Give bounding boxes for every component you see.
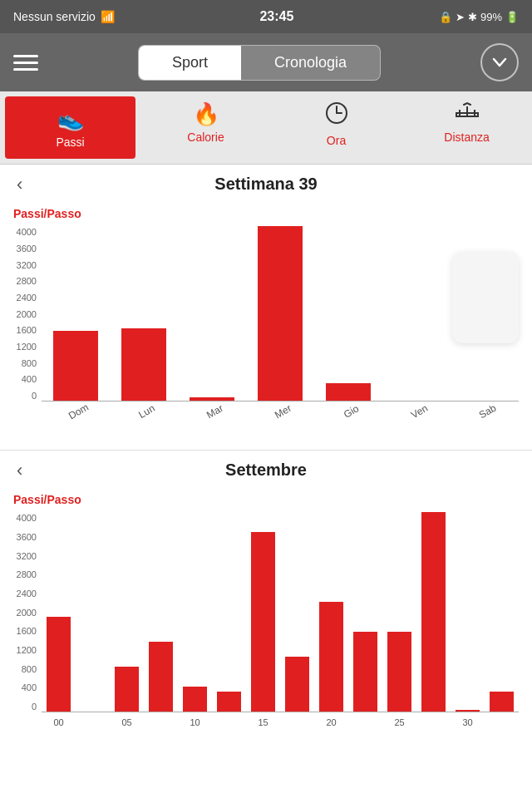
menu-button[interactable]	[13, 55, 38, 71]
bar-dom-fill	[53, 331, 97, 401]
cat-tab-passi[interactable]: 👟 Passi	[5, 96, 135, 159]
distanza-icon	[455, 101, 480, 127]
mx-label-06b	[348, 717, 382, 727]
month-section: ‹ Settembre Passi/Passo 0 400 800 1200 1…	[0, 451, 532, 769]
my-label-0: 0	[3, 702, 37, 712]
y-label-3600: 3600	[3, 244, 37, 254]
battery-icon: 🔋	[505, 11, 519, 23]
ora-label: Ora	[327, 134, 346, 147]
y-label-2000: 2000	[3, 309, 37, 319]
main-content: ‹ Settimana 39 Passi/Passo 0 400 800 120…	[0, 165, 532, 798]
my-label-4000: 4000	[3, 513, 37, 523]
mx-label-07b	[416, 717, 451, 727]
week-title: Settimana 39	[214, 175, 317, 194]
mbar-11	[416, 512, 451, 712]
time-display: 23:45	[259, 9, 293, 24]
my-label-1600: 1600	[3, 626, 37, 636]
mx-label-03	[144, 717, 178, 727]
y-label-3200: 3200	[3, 260, 37, 270]
expand-button[interactable]	[480, 43, 519, 81]
mbar-09	[348, 632, 382, 712]
carrier-info: Nessun servizio 📶	[13, 10, 115, 23]
week-chart: 0 400 800 1200 1600 2000 2400 2800 3200 …	[0, 220, 532, 436]
mbar-06	[246, 532, 280, 712]
y-label-800: 800	[3, 358, 37, 368]
cat-tab-ora[interactable]: Ora	[271, 91, 401, 164]
status-indicators: 🔒 ➤ ✱ 99% 🔋	[439, 11, 519, 23]
y-label-4000: 4000	[3, 227, 37, 237]
tab-switcher: Sport Cronologia	[138, 45, 381, 81]
calorie-label: Calorie	[187, 131, 224, 144]
y-label-2800: 2800	[3, 276, 37, 286]
month-x-labels: 00 05 10 15 20 25 30	[42, 717, 519, 727]
lock-icon: 🔒	[439, 11, 452, 23]
bar-lun	[110, 328, 178, 401]
nav-bar: Sport Cronologia	[0, 33, 532, 91]
mbar-13	[485, 692, 519, 712]
mbar-02	[110, 667, 144, 712]
ora-icon	[325, 101, 348, 131]
week-prev-button[interactable]: ‹	[17, 174, 22, 195]
mx-label-20: 20	[314, 717, 348, 727]
mx-label-25: 25	[382, 717, 416, 727]
mx-label-10: 10	[178, 717, 212, 727]
tab-sport-button[interactable]: Sport	[139, 46, 241, 80]
week-chart-label: Passi/Passo	[0, 204, 532, 220]
my-label-2800: 2800	[3, 569, 37, 579]
mbar-10	[382, 632, 416, 712]
mx-label-04	[212, 717, 246, 727]
week-chart-area: 0 400 800 1200 1600 2000 2400 2800 3200 …	[42, 227, 519, 401]
category-tabs: 👟 Passi 🔥 Calorie Ora Distanza	[0, 91, 532, 165]
mbar-07	[280, 657, 314, 712]
y-label-1200: 1200	[3, 342, 37, 352]
week-section: ‹ Settimana 39 Passi/Passo 0 400 800 120…	[0, 165, 532, 450]
month-chart: 0 400 800 1200 1600 2000 2400 2800 3200 …	[0, 506, 532, 756]
status-bar: Nessun servizio 📶 23:45 🔒 ➤ ✱ 99% 🔋	[0, 0, 532, 33]
sab-popup	[452, 252, 519, 343]
week-y-axis: 0 400 800 1200 1600 2000 2400 2800 3200 …	[3, 227, 37, 401]
month-title: Settembre	[225, 461, 307, 480]
cat-tab-distanza[interactable]: Distanza	[401, 91, 532, 164]
bar-mer-fill	[258, 226, 302, 401]
calorie-icon: 🔥	[193, 101, 219, 127]
y-label-1600: 1600	[3, 325, 37, 335]
my-label-400: 400	[3, 682, 37, 692]
bar-mer	[246, 226, 314, 401]
bar-dom	[42, 331, 110, 401]
y-label-2400: 2400	[3, 293, 37, 303]
passi-icon: 👟	[57, 106, 84, 132]
mbar-00	[42, 617, 76, 712]
mx-label-08b	[485, 717, 519, 727]
mx-label-05b	[280, 717, 314, 727]
month-chart-label: Passi/Passo	[0, 490, 532, 506]
mx-label-01	[76, 717, 110, 727]
mbar-12	[451, 710, 485, 712]
y-label-400: 400	[3, 374, 37, 384]
cat-tab-calorie[interactable]: 🔥 Calorie	[140, 91, 271, 164]
wifi-icon: 📶	[101, 10, 115, 23]
my-label-3600: 3600	[3, 532, 37, 542]
month-prev-button[interactable]: ‹	[17, 460, 22, 481]
mbar-04	[178, 687, 212, 712]
month-chart-area: 0 400 800 1200 1600 2000 2400 2800 3200 …	[42, 513, 519, 712]
my-label-1200: 1200	[3, 645, 37, 655]
distanza-label: Distanza	[444, 131, 489, 144]
bar-lun-fill	[121, 328, 165, 401]
month-header: ‹ Settembre	[0, 451, 532, 490]
y-label-0: 0	[3, 391, 37, 401]
my-label-800: 800	[3, 664, 37, 674]
mx-label-00: 00	[42, 717, 76, 727]
tab-cronologia-button[interactable]: Cronologia	[241, 46, 380, 80]
mx-label-05: 05	[110, 717, 144, 727]
mx-label-30: 30	[451, 717, 485, 727]
mbar-05	[212, 692, 246, 712]
battery-text: 99%	[480, 11, 502, 23]
carrier-text: Nessun servizio	[13, 10, 96, 23]
my-label-2000: 2000	[3, 608, 37, 618]
chevron-down-icon	[490, 53, 509, 71]
mbar-03	[144, 642, 178, 712]
month-y-axis: 0 400 800 1200 1600 2000 2400 2800 3200 …	[3, 513, 37, 712]
bluetooth-icon: ✱	[468, 11, 477, 23]
my-label-3200: 3200	[3, 551, 37, 561]
week-header: ‹ Settimana 39	[0, 165, 532, 204]
